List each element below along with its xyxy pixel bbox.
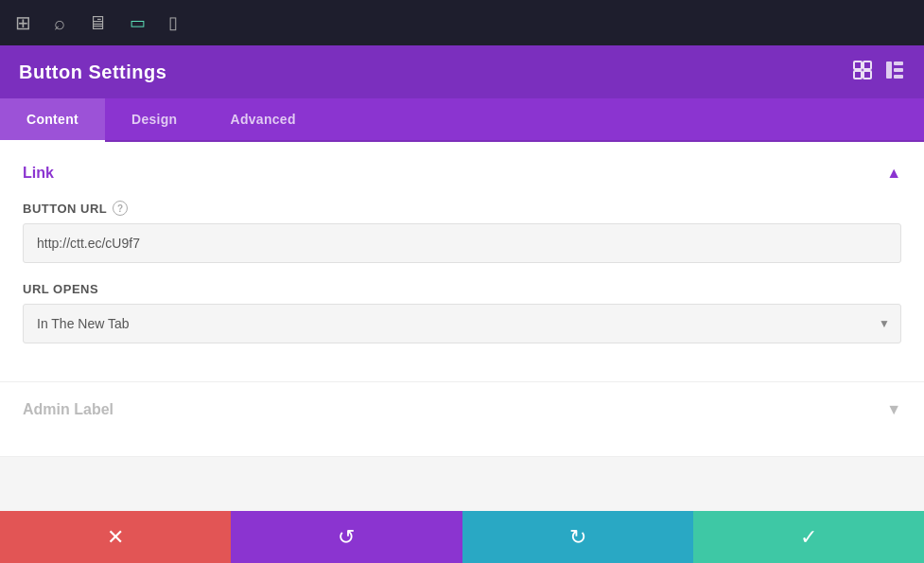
undo-button[interactable]: ↺ [231, 511, 462, 563]
search-icon[interactable]: ⌕ [54, 12, 65, 34]
panel-title: Button Settings [19, 62, 166, 83]
button-url-label: Button URL ? [23, 201, 901, 216]
tab-content[interactable]: Content [0, 98, 105, 140]
admin-label-section-toggle[interactable]: ▼ [886, 401, 901, 418]
admin-label-section-title: Admin Label [23, 401, 113, 418]
button-url-input[interactable] [23, 223, 901, 263]
link-section: Link ▲ Button URL ? Url Opens In The Sam… [0, 142, 924, 382]
link-section-toggle[interactable]: ▲ [886, 165, 901, 182]
link-section-title: Link [23, 165, 54, 182]
redo-button[interactable]: ↻ [462, 511, 693, 563]
action-bar: ✕ ↺ ↻ ✓ [0, 511, 924, 563]
panel-header: Button Settings [0, 45, 924, 98]
tab-design[interactable]: Design [105, 98, 203, 140]
button-url-field: Button URL ? [23, 201, 901, 263]
url-opens-select-wrapper: In The Same Tab In The New Tab ▼ [23, 304, 901, 343]
admin-label-section: Admin Label ▼ [0, 382, 924, 457]
mobile-icon[interactable]: ▯ [168, 12, 178, 33]
url-opens-label: Url Opens [23, 282, 901, 296]
link-section-header: Link ▲ [23, 165, 901, 182]
svg-rect-6 [894, 68, 903, 72]
panel-content: Link ▲ Button URL ? Url Opens In The Sam… [0, 142, 924, 457]
svg-rect-4 [886, 62, 892, 79]
admin-label-section-header: Admin Label ▼ [23, 401, 901, 418]
cancel-button[interactable]: ✕ [0, 511, 231, 563]
button-url-help[interactable]: ? [113, 201, 128, 216]
tab-bar: Content Design Advanced [0, 98, 924, 142]
save-button[interactable]: ✓ [693, 511, 924, 563]
tablet-icon[interactable]: ▭ [130, 12, 146, 33]
tab-advanced[interactable]: Advanced [203, 98, 322, 140]
svg-rect-3 [863, 71, 871, 79]
svg-rect-0 [854, 62, 862, 69]
svg-rect-7 [894, 75, 903, 79]
expand-icon[interactable] [852, 60, 873, 85]
url-opens-field: Url Opens In The Same Tab In The New Tab… [23, 282, 901, 343]
url-opens-select[interactable]: In The Same Tab In The New Tab [23, 304, 901, 343]
grid-icon[interactable]: ⊞ [15, 11, 31, 34]
top-toolbar: ⊞ ⌕ 🖥 ▭ ▯ [0, 0, 924, 45]
panel-header-actions [852, 60, 905, 85]
svg-rect-5 [894, 62, 903, 65]
svg-rect-1 [863, 62, 871, 69]
sidebar-icon[interactable] [884, 60, 905, 85]
svg-rect-2 [854, 71, 862, 79]
desktop-icon[interactable]: 🖥 [88, 12, 107, 34]
